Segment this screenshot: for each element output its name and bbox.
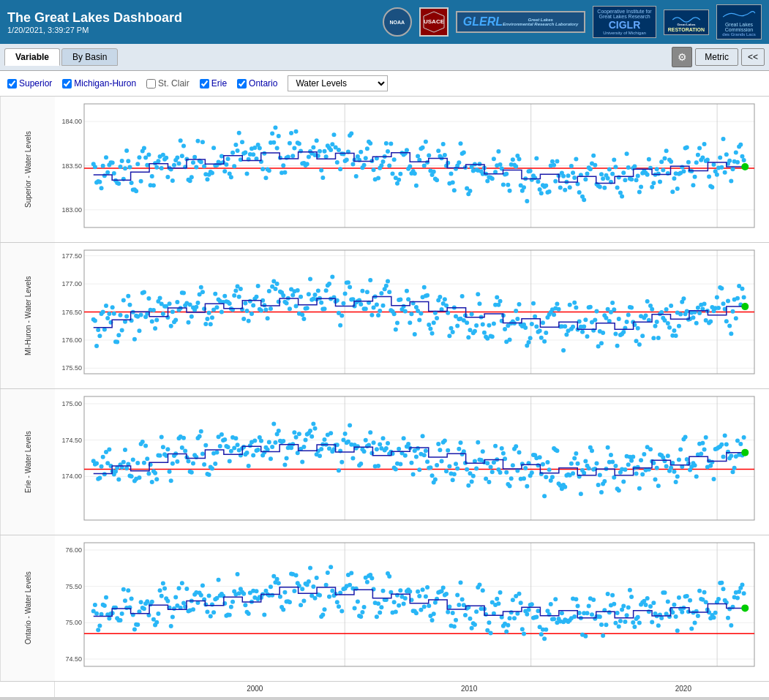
tabs-right: ⚙ Metric << — [672, 47, 765, 67]
cb-mich-input[interactable] — [62, 79, 72, 89]
x-axis-row: 2000 2010 2020 — [0, 682, 769, 698]
cb-superior-text: Superior — [19, 78, 52, 89]
cb-superior-label[interactable]: Superior — [7, 78, 52, 89]
svg-text:USACE: USACE — [424, 18, 445, 25]
cb-erie-label[interactable]: Erie — [200, 78, 227, 89]
cb-mich-text: Michigan-Huron — [74, 78, 136, 89]
erie-chart-inner — [55, 389, 769, 535]
mihuron-canvas — [55, 243, 769, 388]
x-label-2000: 2000 — [247, 685, 263, 693]
cb-erie-text: Erie — [211, 78, 227, 89]
variable-select[interactable]: Water Levels Water Temperature Ice Cover… — [288, 75, 388, 91]
x-axis-spacer — [0, 682, 55, 697]
restoration-logo: Great Lakes RESTORATION — [664, 10, 709, 35]
mihuron-chart-container: MI-Huron - Water Levels — [0, 243, 769, 389]
svg-text:Great Lakes: Great Lakes — [677, 23, 696, 26]
superior-canvas — [55, 97, 769, 242]
superior-chart-inner — [55, 97, 769, 242]
metric-button[interactable]: Metric — [695, 48, 738, 66]
page-title: The Great Lakes Dashboard — [7, 10, 182, 26]
x-label-2020: 2020 — [675, 685, 691, 693]
erie-ylabel: Erie - Water Levels — [0, 389, 55, 535]
cb-ontario-text: Ontario — [249, 78, 277, 89]
x-axis-labels: 2000 2010 2020 — [55, 682, 769, 697]
noaa-logo: NOAA — [383, 7, 412, 37]
ciglr-logo: Cooperative Institute for Great Lakes Re… — [593, 6, 656, 38]
datetime: 1/20/2021, 3:39:27 PM — [7, 26, 182, 34]
header: The Great Lakes Dashboard 1/20/2021, 3:3… — [0, 0, 769, 44]
chevron-button[interactable]: << — [741, 48, 765, 66]
usace-logo: USACE — [419, 7, 449, 37]
superior-chart-container: Superior - Water Levels — [0, 97, 769, 243]
gear-button[interactable]: ⚙ — [672, 47, 692, 67]
tabs-row: Variable By Basin ⚙ Metric << — [0, 44, 769, 71]
cb-mich-label[interactable]: Michigan-Huron — [62, 78, 136, 89]
ontario-canvas — [55, 535, 769, 681]
cb-superior-input[interactable] — [7, 79, 17, 89]
cb-stclair-label[interactable]: St. Clair — [146, 78, 190, 89]
superior-ylabel: Superior - Water Levels — [0, 97, 55, 242]
x-label-2010: 2010 — [461, 685, 477, 693]
cb-stclair-input[interactable] — [146, 79, 156, 89]
mihuron-ylabel: MI-Huron - Water Levels — [0, 243, 55, 388]
cb-stclair-text: St. Clair — [158, 78, 190, 89]
ontario-chart-inner — [55, 535, 769, 681]
erie-canvas — [55, 389, 769, 535]
glc-logo: Great Lakes Commission des Grands Lacs — [716, 4, 762, 39]
header-logos: NOAA USACE GLERL Great LakesEnvironmenta… — [383, 4, 762, 39]
cb-ontario-label[interactable]: Ontario — [237, 78, 277, 89]
erie-chart-container: Erie - Water Levels — [0, 389, 769, 535]
ontario-chart-container: Ontario - Water Levels — [0, 535, 769, 682]
tab-variable[interactable]: Variable — [4, 48, 60, 66]
cb-ontario-input[interactable] — [237, 79, 247, 89]
header-left: The Great Lakes Dashboard 1/20/2021, 3:3… — [7, 10, 182, 34]
ontario-ylabel: Ontario - Water Levels — [0, 535, 55, 681]
charts-area: Superior - Water Levels MI-Huron - Water… — [0, 97, 769, 682]
tab-by-basin[interactable]: By Basin — [61, 48, 118, 66]
cb-erie-input[interactable] — [200, 79, 209, 89]
controls-row: Superior Michigan-Huron St. Clair Erie O… — [0, 71, 769, 97]
glerl-logo: GLERL Great LakesEnvironmental Research … — [456, 11, 586, 33]
mihuron-chart-inner — [55, 243, 769, 388]
tabs-left: Variable By Basin — [4, 48, 118, 66]
